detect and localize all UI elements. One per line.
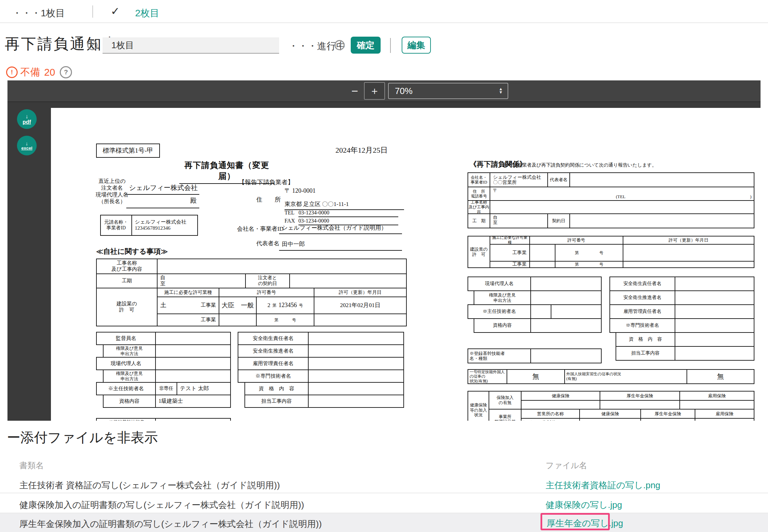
- defect-count: 20: [44, 67, 55, 78]
- confirm-button[interactable]: 確定: [351, 37, 381, 54]
- supervisor-table: 監督員名 権限及び意見 申出方法 現場代理人名 権限及び意見 申出方法 ※主任技…: [96, 332, 231, 408]
- attachment-file-link[interactable]: 健康保険の写し.jpg: [546, 499, 622, 511]
- address-value: 東京都 足立区 〇〇1-11-1: [285, 200, 404, 210]
- download-excel-button[interactable]: ↓ excel: [17, 136, 37, 155]
- addressee-value: シェルフィー株式会社: [129, 183, 198, 192]
- postal-code: 〒 120-0001: [285, 187, 316, 195]
- tab-divider: [92, 5, 93, 18]
- zoom-out-button[interactable]: −: [347, 83, 363, 98]
- own-matters-table: 工事名称 及び工事内容 工期 自 至 注文者と の契約日 建設業の 許 可 施工…: [96, 259, 407, 326]
- kikan-box-right: ※登録基幹技能者 名・種類: [468, 348, 602, 363]
- document-date: 2024年12月25日: [335, 145, 388, 155]
- button-divider: [390, 38, 391, 53]
- kikan-box-left: ※登録基幹技能者 名・種類: [96, 418, 231, 421]
- pdf-label: pdf: [23, 119, 31, 125]
- company-id-label: 会社名・事業者ID: [237, 225, 284, 233]
- attachment-row-doc: 主任技術者 資格証の写し(シェルフィー株式会社（ガイド説明用)): [19, 479, 280, 491]
- document-viewer: − ＋ 70% ▲▼ ↓ pdf ↓ excel 標準様式第1号-甲 2024年…: [7, 80, 761, 421]
- warning-icon: !: [6, 66, 18, 78]
- reporter-heading: 【報告下請負業者】: [239, 178, 294, 186]
- safety-table-left-page: 安全衛生責任者名 安全衛生推進者名 雇用管理責任者名 ※専門技術者名 資 格 内…: [238, 332, 404, 408]
- edit-button[interactable]: 編集: [402, 37, 431, 54]
- defect-row[interactable]: ! 不備 20 ?: [6, 65, 72, 79]
- zoom-level: 70%: [395, 86, 413, 96]
- highlight-box: [541, 513, 610, 530]
- agent-table-right: 現場代理人名 権限及び意見 申出方法 ※主任技術者名 資格内容: [468, 277, 602, 333]
- company-id-value: シェルフィー株式会社（ガイド説明用）: [279, 224, 402, 234]
- insurance-table: 健康保険 等の加入 状況 保険加入 の有無 健康保険 厚生年金保険 雇用保険: [468, 391, 754, 421]
- attachments-toggle[interactable]: ー添付ファイルを非表示: [7, 428, 158, 447]
- document-label-input[interactable]: [103, 37, 279, 54]
- download-icon: ↓: [25, 114, 29, 119]
- attachment-row-doc: 厚生年金保険加入の証明書類の写し(シェルフィー株式会社（ガイド説明用)): [19, 518, 322, 530]
- tab-page-2[interactable]: 2枚目: [135, 7, 160, 20]
- dono-line: [126, 208, 199, 208]
- header-divider: [0, 22, 768, 23]
- addressee-label: 直近上位の 注文者名 現場代理人名 （所長名）: [95, 178, 129, 205]
- help-icon[interactable]: ?: [87, 40, 97, 50]
- zoom-in-button[interactable]: ＋: [364, 82, 385, 100]
- address-label: 住 所: [256, 195, 281, 204]
- viewer-toolbar: − ＋ 70% ▲▼: [7, 80, 761, 102]
- safety-table-right-page: 安全衛生責任者名 安全衛生推進者名 雇用管理責任者名 ※専門技術者名 資 格 内…: [609, 277, 754, 361]
- status-help-icon[interactable]: ?: [334, 40, 345, 50]
- page-tab-bar: ・・・1枚目 ✓ 2枚目: [0, 0, 768, 22]
- tab-page-1[interactable]: ・・・1枚目: [12, 7, 65, 20]
- chevron-updown-icon: ▲▼: [499, 88, 503, 94]
- defect-help-icon[interactable]: ?: [60, 66, 72, 78]
- representative-label: 代表者名: [256, 240, 279, 247]
- form-code-box: 標準様式第1号-甲: [96, 144, 160, 158]
- defect-label: 不備: [20, 65, 40, 79]
- representative-value: 田中一郎: [279, 240, 402, 251]
- excel-label: excel: [21, 146, 33, 150]
- addressee-line: [126, 194, 199, 195]
- attachments-col-doc: 書類名: [19, 460, 44, 471]
- attachments-col-file: ファイル名: [546, 460, 587, 471]
- attachment-file-link[interactable]: 主任技術者資格証の写し.png: [546, 479, 660, 491]
- attachment-row-doc: 健康保険加入の証明書類の写し(シェルフィー株式会社（ガイド説明用)): [19, 499, 304, 511]
- permit-table-right: 建設業の 許 可 施工に必要な許可業種 許可番号 許可（更新）年月日 工事業 第…: [468, 236, 754, 268]
- zoom-select[interactable]: 70% ▲▼: [388, 83, 508, 99]
- own-section-heading: ≪自社に関する事項≫: [96, 247, 168, 256]
- page-title: 再下請負通知書: [5, 34, 119, 54]
- foreign-workers-table: 一号特定技能外国人の従事の 状況(有無) 無 外国人技能実習生の従事の状況 (有…: [468, 369, 754, 384]
- download-icon: ↓: [25, 141, 28, 146]
- check-icon: ✓: [111, 5, 120, 18]
- tel-row: TEL 03-1234-0000: [285, 210, 398, 217]
- relation-desc: 再下請負業者及び再下請負契約関係について次の通り報告いたします。: [503, 162, 657, 168]
- subcontractor-table: 会社名・ 事業者ID シェルフィー株式会社 〇〇営業所 代表者名 住 所 電話番…: [468, 172, 754, 228]
- document-page: 標準様式第1号-甲 2024年12月25日 再下請負通知書（変更届） 直近上位の…: [51, 108, 761, 421]
- download-pdf-button[interactable]: ↓ pdf: [17, 109, 37, 129]
- dono-label: 殿: [190, 196, 197, 205]
- row-divider: [0, 493, 768, 493]
- prime-contractor-box: 元請名称・ 事業者ID シェルフィー株式会社 12345678912346: [100, 215, 198, 236]
